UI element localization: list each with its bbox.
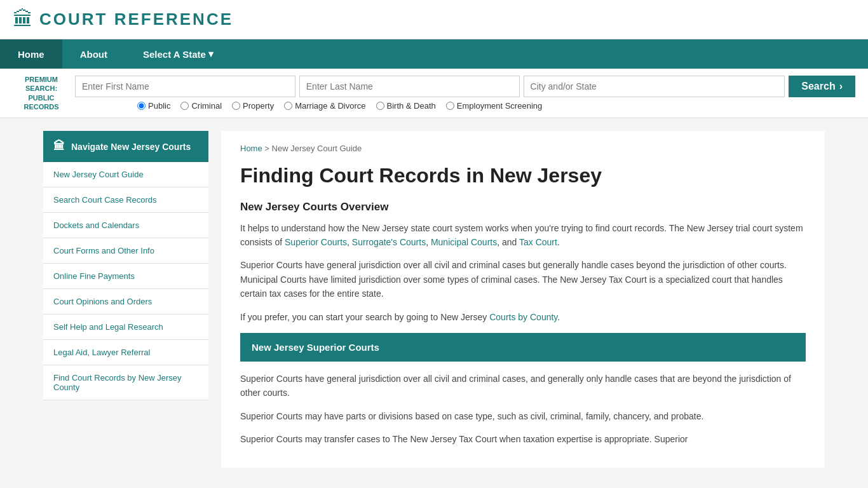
sidebar-item-online-fine[interactable]: Online Fine Payments (43, 264, 208, 289)
breadcrumb-current: New Jersey Court Guide (272, 144, 362, 153)
radio-marriage[interactable]: Marriage & Divorce (284, 101, 365, 111)
sidebar-active-label: Navigate New Jersey Courts (71, 142, 191, 152)
paragraph6: Superior Courts may transfer cases to Th… (240, 432, 806, 446)
paragraph3: If you prefer, you can start your search… (240, 310, 806, 324)
paragraph4: Superior Courts have general jurisdictio… (240, 372, 806, 400)
breadcrumb-separator: > (264, 144, 271, 153)
search-bar: PREMIUM SEARCH: PUBLIC RECORDS Search › … (0, 69, 868, 118)
radio-public[interactable]: Public (137, 101, 170, 111)
surrogates-courts-link[interactable]: Surrogate's Courts (352, 237, 426, 247)
search-fields: Search › Public Criminal Property Marria… (75, 76, 855, 111)
dropdown-arrow-icon: ▾ (208, 48, 214, 60)
paragraph2: Superior Courts have general jurisdictio… (240, 258, 806, 301)
search-arrow-icon: › (839, 81, 843, 92)
first-name-input[interactable] (75, 76, 295, 97)
sidebar-item-dockets[interactable]: Dockets and Calendars (43, 213, 208, 238)
content-area: 🏛 Navigate New Jersey Courts New Jersey … (43, 118, 825, 480)
nav-about[interactable]: About (62, 39, 125, 69)
nav-select-state[interactable]: Select A State ▾ (125, 39, 231, 69)
sidebar-active-item[interactable]: 🏛 Navigate New Jersey Courts (43, 131, 208, 162)
sidebar-item-court-opinions[interactable]: Court Opinions and Orders (43, 289, 208, 315)
search-inputs: Search › (75, 76, 855, 97)
breadcrumb: Home > New Jersey Court Guide (240, 144, 806, 153)
section1-heading: New Jersey Courts Overview (240, 201, 806, 214)
tax-court-link[interactable]: Tax Court (519, 237, 557, 247)
breadcrumb-home-link[interactable]: Home (240, 144, 262, 153)
sidebar-item-legal-aid[interactable]: Legal Aid, Lawyer Referral (43, 340, 208, 365)
navbar: Home About Select A State ▾ (0, 39, 868, 69)
logo-text: COURT REFERENCE (39, 10, 233, 29)
nav-home[interactable]: Home (0, 39, 62, 69)
city-state-input[interactable] (524, 76, 785, 97)
page-title: Finding Court Records in New Jersey (240, 163, 806, 187)
logo-icon: 🏛 (13, 8, 33, 31)
radio-employment[interactable]: Employment Screening (446, 101, 542, 111)
radio-property[interactable]: Property (232, 101, 274, 111)
page-content: Home > New Jersey Court Guide Finding Co… (221, 131, 825, 468)
sidebar-item-search-court[interactable]: Search Court Case Records (43, 187, 208, 213)
logo-area[interactable]: 🏛 COURT REFERENCE (13, 8, 233, 31)
courts-by-county-link[interactable]: Courts by County (489, 312, 557, 322)
radio-birth[interactable]: Birth & Death (376, 101, 436, 111)
paragraph5: Superior Courts may have parts or divisi… (240, 409, 806, 423)
search-button[interactable]: Search › (789, 76, 855, 97)
sidebar-item-court-forms[interactable]: Court Forms and Other Info (43, 238, 208, 264)
teal-section-header: New Jersey Superior Courts (240, 333, 806, 362)
sidebar-court-icon: 🏛 (53, 140, 65, 153)
superior-courts-link[interactable]: Superior Courts (285, 237, 347, 247)
sidebar-item-nj-court-guide[interactable]: New Jersey Court Guide (43, 162, 208, 187)
sidebar-item-self-help[interactable]: Self Help and Legal Research (43, 315, 208, 340)
radio-criminal[interactable]: Criminal (180, 101, 222, 111)
paragraph1: It helps to understand how the New Jerse… (240, 221, 806, 250)
sidebar-item-find-court[interactable]: Find Court Records by New Jersey County (43, 365, 208, 400)
site-header: 🏛 COURT REFERENCE (0, 0, 868, 39)
premium-search-label: PREMIUM SEARCH: PUBLIC RECORDS (13, 75, 70, 111)
municipal-courts-link[interactable]: Municipal Courts (431, 237, 497, 247)
radio-group: Public Criminal Property Marriage & Divo… (137, 101, 855, 111)
main-wrapper: 🏛 Navigate New Jersey Courts New Jersey … (0, 118, 868, 488)
last-name-input[interactable] (299, 76, 520, 97)
sidebar: 🏛 Navigate New Jersey Courts New Jersey … (43, 131, 208, 468)
